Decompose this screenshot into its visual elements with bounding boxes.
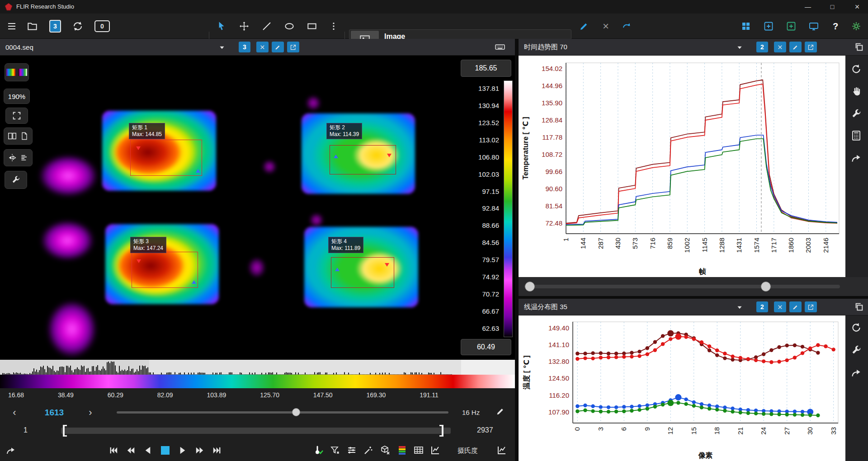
trend-close-button[interactable]: [774, 42, 786, 52]
thermal-blob: [41, 221, 94, 260]
close-button[interactable]: ×: [846, 0, 868, 14]
refresh-button[interactable]: [69, 17, 87, 35]
stop-button[interactable]: [161, 446, 170, 455]
roi-label[interactable]: 矩形 1 Max: 144.85: [129, 123, 165, 139]
settings-button[interactable]: [847, 17, 865, 35]
viewer-edit-button[interactable]: [272, 42, 284, 52]
open-documents-button[interactable]: 3: [46, 17, 64, 35]
frame-slider[interactable]: [117, 411, 448, 414]
next-frame-button[interactable]: ›: [82, 404, 99, 421]
ellipse-tool-button[interactable]: [280, 17, 298, 35]
profile-dropdown-icon[interactable]: [735, 302, 745, 312]
temperature-scale-bar[interactable]: [504, 80, 513, 337]
range-track[interactable]: [61, 428, 451, 434]
chart-button[interactable]: [430, 445, 441, 456]
trend-duplicate-button[interactable]: [854, 42, 864, 52]
camera-list-button[interactable]: 0: [91, 17, 113, 35]
rectangle-tool-button[interactable]: [303, 17, 321, 35]
flip-sort-button[interactable]: [4, 149, 33, 166]
roi-label[interactable]: 矩形 2 Max: 114.39: [326, 123, 362, 139]
range-start-handle[interactable]: [63, 425, 67, 437]
profile-popout-button[interactable]: [805, 301, 817, 312]
minimize-button[interactable]: —: [797, 0, 818, 14]
trend-chart[interactable]: 1144287430573716859100211451288143115741…: [519, 56, 845, 277]
histogram-strip: [0, 360, 515, 375]
range-end-handle[interactable]: [439, 425, 443, 437]
previous-frame-button[interactable]: ‹: [6, 404, 23, 421]
zoom-level-button[interactable]: 190%: [4, 89, 30, 104]
adjustments-button[interactable]: [346, 445, 357, 456]
roi-rect-1[interactable]: [130, 140, 202, 176]
scale-max-box[interactable]: 185.65: [461, 60, 511, 77]
profile-reset-button[interactable]: [850, 322, 862, 334]
move-tool-button[interactable]: [235, 17, 253, 35]
viewer-popout-button[interactable]: [287, 42, 299, 52]
more-tools-button[interactable]: [327, 17, 340, 35]
maximize-button[interactable]: □: [822, 0, 843, 14]
roi-rect-3[interactable]: [132, 252, 198, 288]
trend-popout-button[interactable]: [805, 42, 817, 52]
menu-button[interactable]: [3, 17, 21, 35]
trend-range-handle-left[interactable]: [525, 282, 535, 292]
frame-slider-handle[interactable]: [292, 408, 300, 416]
palette-gradient-bar[interactable]: [0, 375, 515, 388]
roi-label[interactable]: 矩形 3 Max: 147.24: [130, 237, 166, 253]
data-table-button[interactable]: [413, 445, 424, 456]
roi-rect-4[interactable]: [331, 257, 394, 288]
trend-export-button[interactable]: [850, 152, 862, 164]
keyboard-button[interactable]: [494, 42, 506, 52]
trend-data-button[interactable]: [850, 130, 862, 141]
filter-off-button[interactable]: [330, 445, 340, 456]
help-button[interactable]: ?: [826, 17, 844, 35]
layout-grid-button[interactable]: [737, 17, 755, 35]
profile-close-button[interactable]: [774, 301, 786, 312]
fit-to-window-button[interactable]: [5, 108, 28, 124]
trend-edit-button[interactable]: [789, 42, 802, 52]
auto-adjust-button[interactable]: [363, 445, 374, 456]
plot-corner-button[interactable]: [496, 445, 507, 456]
trend-range-track[interactable]: [524, 285, 840, 288]
layout-split-button[interactable]: [4, 127, 33, 145]
play-button[interactable]: [177, 445, 188, 456]
add-view-button[interactable]: [782, 17, 800, 35]
close-image-button[interactable]: ×: [597, 17, 615, 35]
current-frame-field[interactable]: 1613: [32, 406, 77, 419]
play-backward-button[interactable]: [143, 445, 153, 456]
trend-dropdown-icon[interactable]: [735, 42, 745, 52]
panel-divider[interactable]: [515, 39, 519, 461]
open-file-button[interactable]: [24, 17, 42, 35]
skip-to-start-button[interactable]: [108, 445, 119, 456]
roi-rect-2[interactable]: [330, 145, 396, 174]
skip-to-end-button[interactable]: [212, 445, 222, 456]
palette-preview-button[interactable]: [5, 63, 29, 81]
palette-button[interactable]: [396, 445, 407, 456]
profile-export-button[interactable]: [850, 367, 862, 379]
add-panel-button[interactable]: [760, 17, 778, 35]
display-button[interactable]: [805, 17, 823, 35]
profile-duplicate-button[interactable]: [854, 302, 864, 312]
rewind-button[interactable]: [126, 445, 136, 456]
roi-label[interactable]: 矩形 4 Max: 111.89: [328, 237, 363, 253]
profile-chart[interactable]: 03691215182124273033149.40141.10132.8012…: [519, 315, 845, 461]
edit-rate-button[interactable]: [495, 406, 505, 416]
profile-edit-button[interactable]: [789, 301, 802, 312]
redo-button[interactable]: [618, 17, 636, 35]
viewer-close-button[interactable]: [256, 42, 269, 52]
image-tools-button[interactable]: [5, 171, 27, 189]
select-tool-button[interactable]: [212, 17, 231, 35]
thermal-canvas[interactable]: 矩形 1 Max: 144.85 矩形 2 Max: 114.39 矩形 3 M…: [0, 56, 515, 360]
trend-settings-button[interactable]: [850, 108, 862, 120]
fast-forward-button[interactable]: [194, 445, 205, 456]
trend-reset-button[interactable]: [850, 63, 862, 75]
edit-image-button[interactable]: [575, 17, 593, 35]
profile-settings-button[interactable]: [850, 344, 862, 356]
viewer-dropdown-icon[interactable]: [217, 42, 227, 52]
scale-min-box[interactable]: 60.49: [461, 339, 511, 355]
3d-off-button[interactable]: [380, 445, 391, 456]
trend-range-handle-right[interactable]: [761, 282, 771, 292]
trend-pan-button[interactable]: [850, 85, 862, 97]
svg-text:107.90: 107.90: [548, 408, 569, 416]
export-button[interactable]: [5, 445, 16, 456]
line-tool-button[interactable]: [258, 17, 276, 35]
temperature-unit-button[interactable]: [313, 445, 324, 456]
